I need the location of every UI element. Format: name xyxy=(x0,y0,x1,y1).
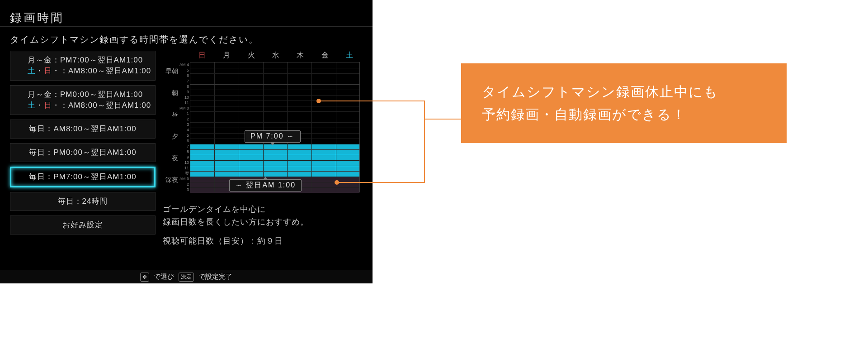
period-label: 夕 xyxy=(163,133,178,141)
opt-line: 毎日：PM0:00～翌日AM1:00 xyxy=(29,148,136,157)
opt-line: 毎日：AM8:00～翌日AM1:00 xyxy=(29,125,136,133)
opt-line: お好み設定 xyxy=(62,220,103,229)
connector-dot xyxy=(316,99,321,103)
day-wed: 水 xyxy=(264,51,288,60)
callout-line: 予約録画・自動録画ができる！ xyxy=(482,103,766,126)
opt-line: 月～金：PM0:00～翌日AM1:00 xyxy=(28,90,143,99)
connector-line xyxy=(321,101,425,101)
preset-opt6[interactable]: 毎日：24時間 xyxy=(10,192,156,211)
opt-line: 土・日・：AM8:00～翌日AM1:00 xyxy=(28,66,155,77)
preset-opt5-selected[interactable]: 毎日：PM7:00～翌日AM1:00 xyxy=(10,167,156,187)
connector-line xyxy=(424,119,461,120)
day-thu: 木 xyxy=(288,51,312,60)
schedule-grid: PM 7:00 ～ ～ 翌日AM 1:00 xyxy=(190,62,360,192)
time-preset-list: 月～金：PM7:00～翌日AM1:00 土・日・：AM8:00～翌日AM1:00… xyxy=(10,51,156,239)
viewable-days-info: 視聴可能日数（目安）：約９日 xyxy=(163,235,283,246)
period-label: 朝 xyxy=(163,89,178,97)
footer-text: で選び xyxy=(154,273,174,281)
period-label: 深夜 xyxy=(163,176,178,184)
preset-opt3[interactable]: 毎日：AM8:00～翌日AM1:00 xyxy=(10,120,156,139)
footer-text: で設定完了 xyxy=(198,273,232,281)
day-sun: 日 xyxy=(190,51,214,60)
connector-dot xyxy=(335,180,339,185)
enter-key-icon: 決定 xyxy=(179,273,194,282)
preset-opt2[interactable]: 月～金：PM0:00～翌日AM1:00 土・日・：AM8:00～翌日AM1:00 xyxy=(10,85,156,115)
connector-line xyxy=(339,182,425,183)
day-tue: 火 xyxy=(239,51,264,60)
opt-line: 毎日：PM7:00～翌日AM1:00 xyxy=(29,172,136,181)
dpad-icon: ✥ xyxy=(140,273,149,282)
feature-callout: タイムシフトマシン録画休止中にも 予約録画・自動録画ができる！ xyxy=(461,63,787,143)
period-label: 昼 xyxy=(163,111,178,119)
period-label: 早朝 xyxy=(163,67,178,76)
tv-settings-panel: 録画時間 タイムシフトマシン録画する時間帯を選んでください。 月～金：PM7:0… xyxy=(0,0,373,283)
grid-fill-dim xyxy=(190,177,359,193)
connector-line xyxy=(424,101,425,183)
day-fri: 金 xyxy=(312,51,337,60)
callout-line: タイムシフトマシン録画休止中にも xyxy=(482,81,766,103)
preset-opt7[interactable]: お好み設定 xyxy=(10,215,156,235)
period-label: 夜 xyxy=(163,154,178,163)
preset-opt1[interactable]: 月～金：PM7:00～翌日AM1:00 土・日・：AM8:00～翌日AM1:00 xyxy=(10,51,156,81)
day-sat: 土 xyxy=(337,51,362,60)
day-mon: 月 xyxy=(214,51,239,60)
opt-line: 月～金：PM7:00～翌日AM1:00 xyxy=(28,56,143,64)
schedule-preview: 日 月 火 水 木 金 土 早朝 朝 昼 夕 夜 深夜 AM 456789101… xyxy=(163,51,362,192)
opt-line: 毎日：24時間 xyxy=(58,197,108,206)
desc-line: 録画日数を長くしたい方におすすめ。 xyxy=(163,215,309,228)
divider xyxy=(0,26,373,27)
day-header-row: 日 月 火 水 木 金 土 xyxy=(190,51,362,60)
preset-description: ゴールデンタイムを中心に 録画日数を長くしたい方におすすめ。 xyxy=(163,203,309,228)
opt-line: 土・日・：AM8:00～翌日AM1:00 xyxy=(28,100,155,111)
preset-opt4[interactable]: 毎日：PM0:00～翌日AM1:00 xyxy=(10,143,156,162)
page-title: 録画時間 xyxy=(10,10,64,26)
page-subtitle: タイムシフトマシン録画する時間帯を選んでください。 xyxy=(10,34,259,46)
desc-line: ゴールデンタイムを中心に xyxy=(163,203,309,215)
footer-hint-bar: ✥ で選び 決定 で設定完了 xyxy=(0,270,373,283)
badge-start-time: PM 7:00 ～ xyxy=(245,130,301,143)
